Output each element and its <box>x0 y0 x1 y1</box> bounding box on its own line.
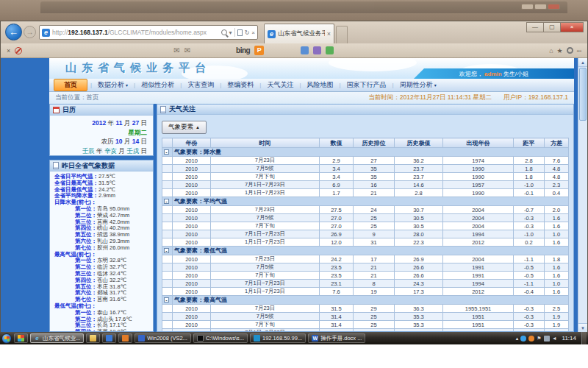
nav-item-1[interactable]: 数据分析▾ <box>92 80 134 90</box>
table-data-row[interactable]: 20107月23日27.52430.72004-0.72.0 <box>162 206 569 214</box>
minimize-icon[interactable] <box>521 4 534 10</box>
volume-icon[interactable]: ◄ <box>552 336 557 342</box>
table-data-row[interactable]: 20101月1日~7月23日7.61917.32012-0.41.6 <box>162 288 569 296</box>
taskbar-clock[interactable]: 11:14 <box>562 335 576 342</box>
scroll-down-icon[interactable]: ▼ <box>578 323 587 332</box>
gear-icon[interactable] <box>567 47 573 54</box>
collapse-checkbox-icon[interactable]: - <box>164 199 169 204</box>
taskbar-task[interactable]: Win2008 (VS2... <box>135 333 191 343</box>
network-icon[interactable] <box>544 336 550 342</box>
data-cell: 2.5 <box>545 305 569 313</box>
forward-button[interactable]: → <box>24 26 36 38</box>
back-button[interactable]: ← <box>5 24 22 40</box>
maximize-icon[interactable] <box>534 4 547 10</box>
weather-rank-row-label: 第四位： <box>75 224 97 231</box>
action-center-flag-icon[interactable]: ⚑ <box>537 336 541 342</box>
table-data-row[interactable]: 20107月23日24.21726.92004-1.11.8 <box>162 255 569 263</box>
weather-summary-row-value: 27.5℃ <box>98 173 115 180</box>
table-data-row[interactable]: 20101月1日~7月23日1.7212.81990-0.10.4 <box>162 189 569 197</box>
alert-tray-icon[interactable] <box>528 336 534 342</box>
messenger-tray-icon[interactable] <box>520 336 526 342</box>
divider <box>234 28 235 37</box>
taskbar-task[interactable] <box>86 333 100 343</box>
nav-item-7[interactable]: 国家下行产品 <box>341 80 392 90</box>
new-tab-button[interactable] <box>336 26 348 43</box>
taskbar-task[interactable]: C:\Windows\s... <box>193 333 248 343</box>
nav-item-0[interactable]: 首页 <box>54 79 87 91</box>
scrollbar-thumb[interactable] <box>579 68 587 121</box>
taskbar-task[interactable]: e山东省气候业... <box>30 333 84 343</box>
nav-item-3[interactable]: 灾害查询 <box>182 80 220 90</box>
nav-item-label: 风险地图 <box>306 80 333 90</box>
table-group-row[interactable]: -气象要素：降水量 <box>162 148 569 157</box>
collapse-checkbox-icon[interactable]: - <box>164 297 169 302</box>
data-cell: 1951 <box>443 321 514 329</box>
table-group-row[interactable]: -气象要素：最低气温 <box>162 247 569 255</box>
chevron-down-icon[interactable]: ▾ <box>229 29 232 36</box>
nav-item-4[interactable]: 整编资料 <box>221 80 259 90</box>
compatibility-view-icon[interactable] <box>237 29 243 36</box>
home-icon[interactable]: ⌂ <box>549 47 553 54</box>
table-data-row[interactable]: 20101月1日~7月23日12.03122.320120.21.6 <box>162 238 569 247</box>
minimize-button[interactable]: — <box>526 22 544 32</box>
mail-icon[interactable]: ✉ <box>173 46 179 54</box>
stop-icon[interactable]: × <box>251 29 255 36</box>
collapse-checkbox-icon[interactable]: - <box>164 248 169 253</box>
scroll-up-icon[interactable]: ▲ <box>578 58 587 67</box>
collapse-checkbox-icon[interactable]: - <box>164 149 169 155</box>
send-mail-icon[interactable]: ✉ <box>184 46 190 54</box>
people-icon[interactable] <box>313 46 321 54</box>
browser-tab[interactable]: e 山东省气候业务平... × <box>264 24 334 43</box>
table-group-row[interactable]: -气象要素：最高气温 <box>162 296 569 305</box>
search-button[interactable]: P <box>254 46 264 55</box>
address-url[interactable]: http://192.168.137.1/GLCCLIMATE/modules/… <box>52 29 219 36</box>
browser-window: ← → e http://192.168.137.1/GLCCLIMATE/mo… <box>0 21 588 332</box>
nav-item-6[interactable]: 风险地图 <box>301 80 339 90</box>
table-data-row[interactable]: 20107月下旬23.52126.61991-0.51.6 <box>162 272 569 280</box>
favorites-star-icon[interactable]: ★ <box>557 47 563 54</box>
table-data-row[interactable]: 20107月23日31.52936.31955,1951-0.32.5 <box>162 305 569 313</box>
element-filter-button[interactable]: 气象要素 ▲ <box>162 121 207 134</box>
data-cell: 27.0 <box>320 222 354 230</box>
table-data-row[interactable]: 20107月5候23.52126.61991-0.51.6 <box>162 263 569 272</box>
taskbar-task[interactable] <box>118 333 132 343</box>
close-toolbar-icon[interactable]: × <box>7 47 10 54</box>
table-data-row[interactable]: 20107月下旬31.42535.31951-0.31.9 <box>162 321 569 329</box>
table-data-row[interactable]: 20107月1日~7月23日23.1824.31994-1.11.0 <box>162 280 569 288</box>
restore-button[interactable]: ▢ <box>543 22 561 32</box>
table-data-row[interactable]: 20107月5候3.43523.719901.84.8 <box>162 165 569 173</box>
taskbar-task[interactable]: 192.168.59.99... <box>250 333 306 343</box>
start-button[interactable] <box>1 333 12 344</box>
address-bar[interactable]: e http://192.168.137.1/GLCCLIMATE/module… <box>39 25 258 40</box>
refresh-icon[interactable]: ↻ <box>245 29 250 36</box>
nav-item-2[interactable]: 相似性分析 <box>135 80 180 90</box>
share-icon[interactable] <box>326 46 334 54</box>
taskbar-task[interactable]: W操作手册.docx ... <box>308 333 365 343</box>
search-icon[interactable] <box>221 29 227 35</box>
nav-item-8[interactable]: 周期性分析▾ <box>394 80 442 90</box>
data-cell: 1990 <box>443 189 514 197</box>
table-data-row[interactable]: 20107月5候31.42535.31951-0.31.9 <box>162 313 569 321</box>
table-data-row[interactable]: 20107月23日2.92736.219742.87.6 <box>162 157 569 165</box>
table-data-row[interactable]: 20107月下旬27.02530.52004-0.31.6 <box>162 222 569 230</box>
nav-item-5[interactable]: 天气关注 <box>261 80 299 90</box>
table-data-row[interactable]: 20107月5候27.02530.52004-0.31.6 <box>162 214 569 222</box>
blocked-icon[interactable] <box>15 47 22 54</box>
close-tab-icon[interactable]: × <box>327 30 331 38</box>
more-options-icon[interactable]: ••• <box>577 49 581 53</box>
show-hidden-icons[interactable]: ▴ <box>516 336 519 342</box>
table-data-row[interactable]: 20107月下旬3.43523.719901.84.8 <box>162 173 569 181</box>
weather-rank-row-label: 第二位： <box>75 316 97 322</box>
table-data-row[interactable]: 20107月1日~7月23日26.9928.01994-1.01.0 <box>162 230 569 238</box>
weather-rank-row-value: 崂山 40.2mm <box>97 224 129 231</box>
data-cell: 23.1 <box>320 280 354 288</box>
taskbar-task[interactable] <box>102 333 116 343</box>
taskbar-task[interactable] <box>14 333 28 343</box>
show-desktop-button[interactable] <box>581 332 587 344</box>
close-icon[interactable] <box>548 4 560 10</box>
camera-icon[interactable] <box>301 46 309 54</box>
close-button[interactable]: × <box>560 22 584 32</box>
vertical-scrollbar[interactable]: ▲ ▼ <box>578 58 587 332</box>
table-data-row[interactable]: 20107月1日~7月23日6.91614.61957-1.02.3 <box>162 181 569 189</box>
table-group-row[interactable]: -气象要素：平均气温 <box>162 197 569 206</box>
